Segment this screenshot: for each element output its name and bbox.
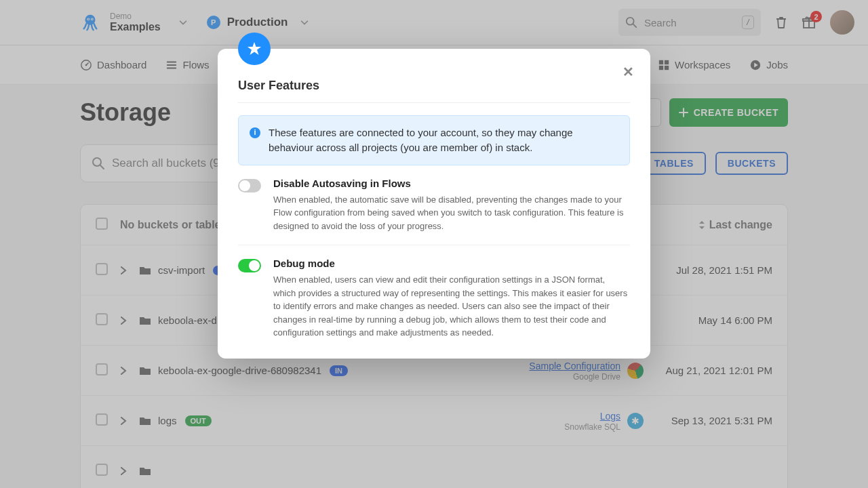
feature-title: Debug mode [273,258,630,269]
feature-desc: When enabled, users can view and edit th… [273,273,630,340]
feature-title: Disable Autosaving in Flows [273,178,630,189]
feature-toggle[interactable] [238,179,261,192]
feature-toggle[interactable] [238,259,261,272]
info-text: These features are connected to your acc… [269,125,618,155]
close-button[interactable]: ✕ [623,64,634,80]
star-badge-icon [238,33,271,65]
user-features-modal: ✕ User Features i These features are con… [218,49,650,359]
info-icon: i [250,127,260,138]
modal-title: User Features [238,61,630,103]
modal-overlay[interactable]: ✕ User Features i These features are con… [0,0,868,488]
feature-row: Debug mode When enabled, users can view … [238,245,630,340]
feature-desc: When enabled, the automatic save will be… [273,193,630,233]
info-banner: i These features are connected to your a… [238,115,630,165]
feature-row: Disable Autosaving in Flows When enabled… [238,165,630,233]
